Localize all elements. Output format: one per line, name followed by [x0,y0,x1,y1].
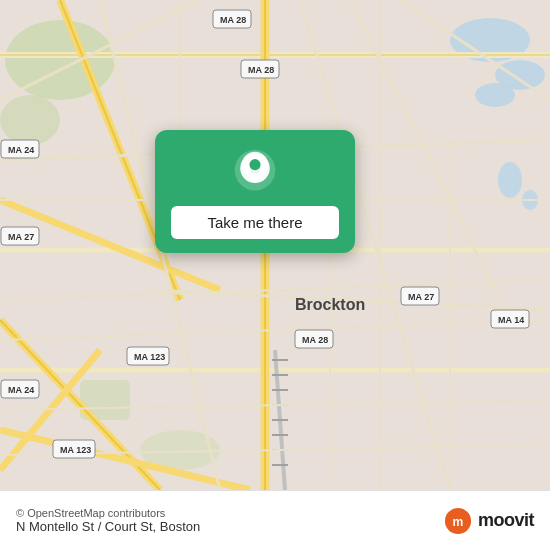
svg-point-4 [498,162,522,198]
map-container: Brockton MA 28 MA 28 MA 28 MA 24 MA 24 M… [0,0,550,490]
bottom-bar: © OpenStreetMap contributors N Montello … [0,490,550,550]
moovit-text: moovit [478,510,534,531]
svg-text:MA 123: MA 123 [60,445,91,455]
svg-text:m: m [453,514,464,528]
moovit-logo: m moovit [444,507,534,535]
svg-text:MA 28: MA 28 [220,15,246,25]
svg-text:Brockton: Brockton [295,296,365,313]
svg-text:MA 27: MA 27 [408,292,434,302]
svg-point-72 [249,159,260,170]
take-me-there-button[interactable]: Take me there [171,206,339,239]
location-pin-icon [231,148,279,196]
svg-point-3 [475,83,515,107]
svg-text:MA 28: MA 28 [248,65,274,75]
svg-text:MA 14: MA 14 [498,315,524,325]
svg-text:MA 123: MA 123 [134,352,165,362]
location-label: N Montello St / Court St, Boston [16,519,200,534]
attribution-text: © OpenStreetMap contributors [16,507,200,519]
popup-card: Take me there [155,130,355,253]
svg-text:MA 27: MA 27 [8,232,34,242]
moovit-logo-icon: m [444,507,472,535]
svg-text:MA 24: MA 24 [8,385,34,395]
bottom-left: © OpenStreetMap contributors N Montello … [16,507,200,534]
svg-text:MA 24: MA 24 [8,145,34,155]
svg-text:MA 28: MA 28 [302,335,328,345]
svg-point-7 [0,95,60,145]
